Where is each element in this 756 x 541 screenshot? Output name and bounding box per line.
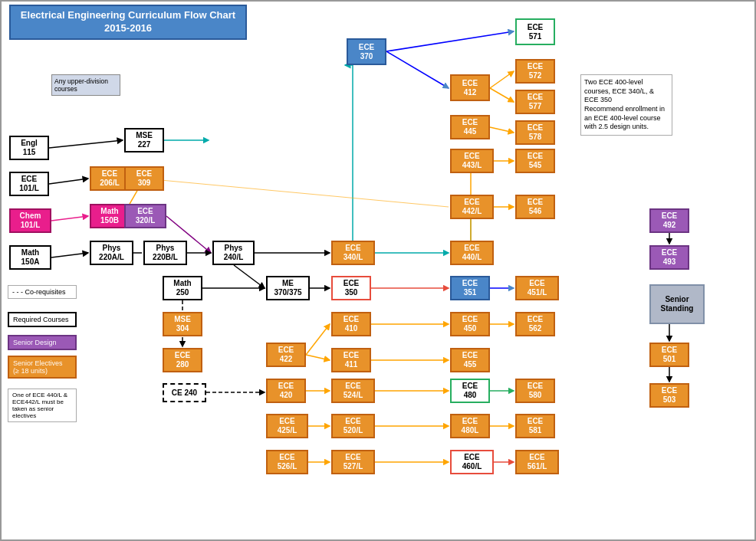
svg-line-33 <box>306 355 330 360</box>
node-ece526l: ECE 526/L <box>266 450 308 474</box>
title-line2: 2015-2016 <box>104 22 152 34</box>
node-ece425l: ECE 425/L <box>266 414 308 438</box>
node-ece412: ECE 412 <box>450 74 490 101</box>
svg-line-20 <box>386 31 514 51</box>
svg-line-3 <box>51 216 88 221</box>
node-ece503: ECE 503 <box>649 383 689 408</box>
legend-corequisites: - - - Co-requisites <box>8 285 77 299</box>
svg-line-12 <box>234 265 265 288</box>
legend-note: One of ECE 440/L & ECE442/L must be take… <box>8 389 77 422</box>
node-ece411: ECE 411 <box>331 348 371 372</box>
node-math150a: Math 150A <box>9 245 51 270</box>
svg-line-4 <box>51 253 88 257</box>
node-ece520l: ECE 520/L <box>331 414 375 438</box>
node-ece578: ECE 578 <box>515 120 555 145</box>
node-ece445: ECE 445 <box>450 115 490 139</box>
node-ece410: ECE 410 <box>331 312 371 336</box>
svg-line-48 <box>144 179 449 207</box>
node-ece309: ECE 309 <box>124 166 164 191</box>
node-ece440l: ECE 440/L <box>450 241 494 265</box>
node-phys220bl: Phys 220B/L <box>143 241 187 265</box>
info-text: Two ECE 400-level courses, ECE 340/L, & … <box>584 78 665 130</box>
node-engl115: Engl 115 <box>9 136 49 160</box>
svg-line-19 <box>386 51 449 88</box>
node-ece571: ECE 571 <box>515 18 555 45</box>
node-ece280: ECE 280 <box>163 348 202 372</box>
node-ece442l: ECE 442/L <box>450 195 494 219</box>
node-chem101l: Chem 101/L <box>9 208 51 233</box>
node-ece422: ECE 422 <box>266 343 306 367</box>
node-ece420: ECE 420 <box>266 379 306 403</box>
svg-line-1 <box>49 179 88 184</box>
node-ece546: ECE 546 <box>515 195 555 219</box>
svg-line-32 <box>306 324 330 355</box>
node-ece577: ECE 577 <box>515 90 555 114</box>
node-ece493: ECE 493 <box>649 245 689 270</box>
node-phys220al: Phys 220A/L <box>90 241 133 265</box>
node-ece340l: ECE 340/L <box>331 241 375 265</box>
legend-required: Required Courses <box>8 312 77 327</box>
node-me370_375: ME 370/375 <box>266 276 310 300</box>
legend-senior-electives: Senior Electives (≥ 18 units) <box>8 356 77 379</box>
node-ece501: ECE 501 <box>649 343 689 367</box>
info-box: Two ECE 400-level courses, ECE 340/L, & … <box>580 74 672 136</box>
svg-line-22 <box>490 88 514 102</box>
node-ece527l: ECE 527/L <box>331 450 375 474</box>
node-phys240l: Phys 240/L <box>212 241 255 265</box>
title-line1: Electrical Engineering Curriculum Flow C… <box>21 9 235 21</box>
node-ece455: ECE 455 <box>450 348 490 372</box>
node-ece350: ECE 350 <box>331 276 371 300</box>
node-ece443l: ECE 443/L <box>450 149 494 173</box>
node-ece450: ECE 450 <box>450 312 490 336</box>
node-senior_standing: Senior Standing <box>649 284 705 324</box>
node-ece581: ECE 581 <box>515 414 555 438</box>
svg-line-21 <box>490 71 514 88</box>
node-ece451l: ECE 451/L <box>515 276 559 300</box>
node-ece480l: ECE 480L <box>450 414 490 438</box>
node-ece480: ECE 480 <box>450 379 490 403</box>
node-ece572: ECE 572 <box>515 59 555 84</box>
node-mse304: MSE 304 <box>163 312 202 336</box>
chart-title: Electrical Engineering Curriculum Flow C… <box>9 5 247 40</box>
legend-senior-design: Senior Design <box>8 335 77 350</box>
node-ece492: ECE 492 <box>649 208 689 233</box>
node-mse227: MSE 227 <box>124 128 164 152</box>
svg-line-0 <box>49 140 123 148</box>
upper-division-note: Any upper-division courses <box>51 74 120 96</box>
node-ece370: ECE 370 <box>347 38 386 65</box>
node-ece101l: ECE 101/L <box>9 172 49 196</box>
chart-container: Electrical Engineering Curriculum Flow C… <box>0 0 756 541</box>
node-ece562: ECE 562 <box>515 312 555 336</box>
node-ece545: ECE 545 <box>515 149 555 173</box>
node-ece351: ECE 351 <box>450 276 490 300</box>
svg-line-23 <box>490 127 514 133</box>
node-ece460l: ECE 460/L <box>450 450 494 474</box>
node-ece580: ECE 580 <box>515 379 555 403</box>
node-ce240: CE 240 <box>163 383 206 402</box>
node-ece524l: ECE 524/L <box>331 379 375 403</box>
node-math250: Math 250 <box>163 276 202 300</box>
node-ece320l: ECE 320/L <box>124 204 166 228</box>
node-ece561l: ECE 561/L <box>515 450 559 474</box>
